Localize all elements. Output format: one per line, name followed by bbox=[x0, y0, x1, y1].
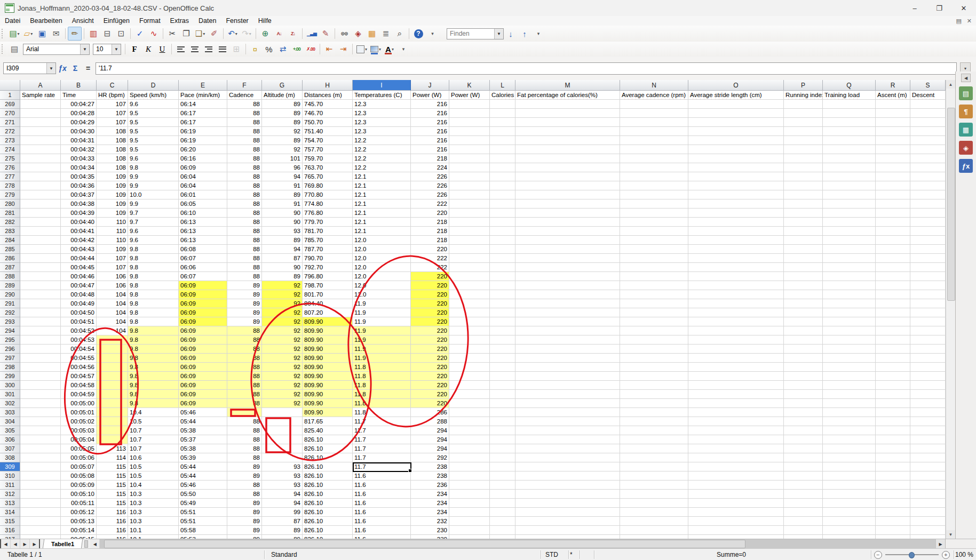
cell-G292[interactable]: 92 bbox=[262, 308, 303, 317]
cell-N295[interactable] bbox=[620, 335, 688, 345]
cell-R281[interactable] bbox=[876, 209, 910, 218]
cell-B285[interactable]: 00:04:43 bbox=[61, 245, 97, 254]
row-header-291[interactable]: 291 bbox=[0, 299, 20, 308]
cell-M288[interactable] bbox=[515, 272, 620, 281]
cell-O278[interactable] bbox=[688, 181, 784, 190]
cell-D293[interactable]: 9.8 bbox=[128, 317, 179, 326]
cell-N314[interactable] bbox=[620, 508, 688, 517]
cell-N276[interactable] bbox=[620, 163, 688, 172]
cell-A317[interactable] bbox=[20, 535, 61, 539]
cell-S275[interactable] bbox=[910, 154, 946, 163]
cell-E309[interactable]: 05:44 bbox=[179, 462, 227, 471]
cell-Q310[interactable] bbox=[823, 471, 876, 481]
cell-J306[interactable]: 294 bbox=[411, 435, 449, 444]
header-cell-O1[interactable]: Average stride length (cm) bbox=[688, 91, 784, 100]
add-decimal-icon[interactable]: +.00 bbox=[290, 42, 304, 56]
zoom-slider-thumb[interactable] bbox=[909, 552, 915, 558]
underline-button[interactable]: U bbox=[155, 42, 169, 56]
edit-mode-icon[interactable]: ✏ bbox=[68, 27, 82, 41]
cell-C279[interactable]: 109 bbox=[97, 190, 128, 199]
cell-I286[interactable]: 12.0 bbox=[353, 254, 411, 263]
cell-J298[interactable]: 220 bbox=[411, 363, 449, 372]
cell-F296[interactable]: 88 bbox=[227, 345, 262, 354]
cell-M299[interactable] bbox=[515, 372, 620, 381]
row-header-317[interactable]: 317 bbox=[0, 535, 20, 539]
gallery-icon[interactable]: ▦ bbox=[365, 27, 379, 41]
cell-M289[interactable] bbox=[515, 281, 620, 290]
cell-H313[interactable]: 826.10 bbox=[303, 499, 353, 508]
cell-H309[interactable]: 826.10 bbox=[303, 462, 353, 471]
row-header-273[interactable]: 273 bbox=[0, 136, 20, 145]
cell-L274[interactable] bbox=[490, 145, 515, 154]
cell-K306[interactable] bbox=[449, 435, 490, 444]
cell-H291[interactable]: 804.40 bbox=[303, 299, 353, 308]
cell-B314[interactable]: 00:05:12 bbox=[61, 508, 97, 517]
menu-item-einfgen[interactable]: Einfügen bbox=[99, 17, 134, 25]
cell-E292[interactable]: 06:09 bbox=[179, 308, 227, 317]
cell-L317[interactable] bbox=[490, 535, 515, 539]
cell-K307[interactable] bbox=[449, 444, 490, 453]
cell-I269[interactable]: 12.3 bbox=[353, 100, 411, 109]
cell-R290[interactable] bbox=[876, 290, 910, 299]
cell-O294[interactable] bbox=[688, 326, 784, 335]
sum-label[interactable]: Summe=0 bbox=[717, 551, 746, 558]
cell-Q287[interactable] bbox=[823, 263, 876, 272]
cell-C298[interactable] bbox=[97, 363, 128, 372]
cell-L306[interactable] bbox=[490, 435, 515, 444]
cell-M292[interactable] bbox=[515, 308, 620, 317]
cell-N304[interactable] bbox=[620, 417, 688, 426]
first-sheet-button[interactable]: ◀ bbox=[0, 539, 11, 549]
cell-E289[interactable]: 06:09 bbox=[179, 281, 227, 290]
cell-F297[interactable]: 88 bbox=[227, 354, 262, 363]
cell-I288[interactable]: 12.0 bbox=[353, 272, 411, 281]
cell-A307[interactable] bbox=[20, 444, 61, 453]
cell-O291[interactable] bbox=[688, 299, 784, 308]
cell-N296[interactable] bbox=[620, 345, 688, 354]
cell-J275[interactable]: 218 bbox=[411, 154, 449, 163]
cell-K295[interactable] bbox=[449, 335, 490, 345]
cell-F306[interactable]: 88 bbox=[227, 435, 262, 444]
cell-S273[interactable] bbox=[910, 136, 946, 145]
cell-C312[interactable]: 115 bbox=[97, 490, 128, 499]
cell-L282[interactable] bbox=[490, 218, 515, 227]
cell-E297[interactable]: 06:09 bbox=[179, 354, 227, 363]
cell-F305[interactable]: 88 bbox=[227, 426, 262, 435]
cell-I299[interactable]: 11.8 bbox=[353, 372, 411, 381]
header-cell-P1[interactable]: Running index bbox=[784, 91, 823, 100]
name-box[interactable]: I309 ▼ bbox=[3, 62, 56, 74]
cell-S289[interactable] bbox=[910, 281, 946, 290]
cell-K317[interactable] bbox=[449, 535, 490, 539]
cell-H283[interactable]: 781.70 bbox=[303, 227, 353, 236]
cell-I297[interactable]: 11.9 bbox=[353, 354, 411, 363]
cell-I284[interactable]: 12.0 bbox=[353, 236, 411, 245]
cell-E278[interactable]: 06:04 bbox=[179, 181, 227, 190]
cell-J286[interactable]: 222 bbox=[411, 254, 449, 263]
cell-H306[interactable]: 826.10 bbox=[303, 435, 353, 444]
cell-R313[interactable] bbox=[876, 499, 910, 508]
cell-R315[interactable] bbox=[876, 517, 910, 526]
cell-C303[interactable] bbox=[97, 408, 128, 417]
cell-H288[interactable]: 796.80 bbox=[303, 272, 353, 281]
cell-L314[interactable] bbox=[490, 508, 515, 517]
cell-Q305[interactable] bbox=[823, 426, 876, 435]
cell-J290[interactable]: 220 bbox=[411, 290, 449, 299]
cell-I295[interactable]: 11.9 bbox=[353, 335, 411, 345]
cell-P288[interactable] bbox=[784, 272, 823, 281]
cell-A315[interactable] bbox=[20, 517, 61, 526]
header-cell-J1[interactable]: Power (W) bbox=[411, 91, 449, 100]
cell-C283[interactable]: 110 bbox=[97, 227, 128, 236]
cell-F307[interactable]: 88 bbox=[227, 444, 262, 453]
cell-C271[interactable]: 107 bbox=[97, 118, 128, 127]
cell-J314[interactable]: 234 bbox=[411, 508, 449, 517]
cell-Q291[interactable] bbox=[823, 299, 876, 308]
cell-J274[interactable]: 216 bbox=[411, 145, 449, 154]
cell-M270[interactable] bbox=[515, 109, 620, 118]
cell-L311[interactable] bbox=[490, 481, 515, 490]
cell-Q278[interactable] bbox=[823, 181, 876, 190]
cell-M303[interactable] bbox=[515, 408, 620, 417]
cell-M307[interactable] bbox=[515, 444, 620, 453]
sum-icon[interactable]: Σ bbox=[69, 62, 82, 74]
cell-R277[interactable] bbox=[876, 172, 910, 181]
cell-P295[interactable] bbox=[784, 335, 823, 345]
cell-R271[interactable] bbox=[876, 118, 910, 127]
